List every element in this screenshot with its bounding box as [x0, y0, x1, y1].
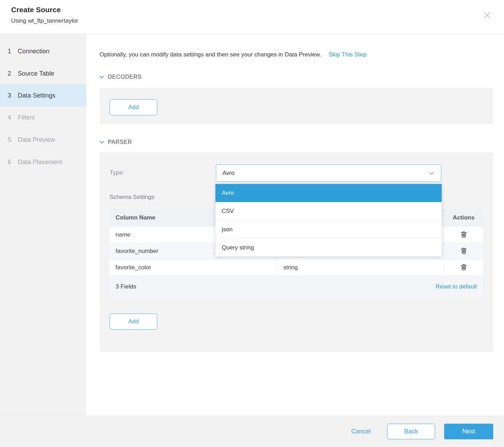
step-number: 2	[8, 70, 18, 77]
trash-icon	[460, 263, 468, 272]
step-label: Filters	[18, 114, 35, 121]
chevron-down-icon[interactable]	[100, 141, 104, 144]
step-label: Data Preview	[18, 136, 55, 144]
main-content: Optionally, you can modify data settings…	[86, 34, 504, 416]
step-number: 3	[8, 92, 18, 99]
step-label: Data Settings	[18, 92, 55, 99]
dialog-header: Create Source Using wt_ftp_tannertaylor	[0, 0, 504, 34]
delete-field-button[interactable]	[459, 262, 468, 273]
sidebar-step-data-settings[interactable]: 3 Data Settings	[0, 85, 86, 106]
close-icon	[482, 10, 492, 22]
sidebar-step-source-table[interactable]: 2 Source Table	[0, 62, 86, 85]
delete-field-button[interactable]	[459, 246, 468, 256]
field-count: 3 Fields	[116, 283, 136, 290]
create-source-dialog: Create Source Using wt_ftp_tannertaylor …	[0, 0, 504, 447]
reset-to-default-link[interactable]: Reset to default	[435, 283, 477, 290]
schema-settings-label: Schema Settings	[110, 194, 155, 201]
step-number: 5	[8, 136, 18, 144]
step-number: 1	[8, 48, 18, 55]
field-type-cell: string	[277, 260, 444, 276]
parser-type-select[interactable]: Avro	[216, 164, 441, 182]
trash-icon	[460, 230, 468, 239]
sidebar-step-data-placement: 6 Data Placement	[0, 151, 86, 173]
intro-text: Optionally, you can modify data settings…	[100, 51, 321, 58]
page-subtitle: Using wt_ftp_tannertaylor	[11, 17, 78, 24]
close-button[interactable]	[482, 10, 493, 22]
dialog-footer: Cancel Back Next	[0, 416, 504, 447]
step-number: 6	[8, 159, 18, 166]
chevron-down-icon[interactable]	[100, 76, 104, 79]
page-title: Create Source	[11, 6, 61, 14]
dropdown-option-avro[interactable]: Avro	[215, 184, 442, 202]
delete-field-button[interactable]	[459, 230, 468, 240]
parser-panel: Type: Avro Avro CSV json Query string Sc…	[100, 153, 493, 352]
add-decoder-button[interactable]: Add	[110, 99, 157, 115]
field-name-cell: favorite_color	[110, 264, 277, 271]
dropdown-option-csv[interactable]: CSV	[215, 202, 442, 220]
add-field-button[interactable]: Add	[110, 314, 157, 330]
parser-section-heading: PARSER	[100, 139, 132, 145]
back-button[interactable]: Back	[387, 424, 435, 439]
step-number: 4	[8, 114, 18, 121]
wizard-steps-sidebar: 1 Connection 2 Source Table 3 Data Setti…	[0, 34, 86, 416]
table-row: favorite_color string	[110, 260, 483, 276]
skip-this-step-link[interactable]: Skip This Step	[329, 51, 367, 58]
dropdown-option-query-string[interactable]: Query string	[215, 238, 442, 256]
parser-type-selected-value: Avro	[222, 170, 429, 177]
step-label: Source Table	[18, 70, 54, 77]
sidebar-step-filters: 4 Filters	[0, 106, 86, 129]
step-label: Data Placement	[18, 159, 62, 166]
column-actions-header: Actions	[444, 208, 483, 227]
next-button[interactable]: Next	[444, 424, 493, 439]
sidebar-step-connection[interactable]: 1 Connection	[0, 40, 86, 62]
type-field-label: Type:	[110, 169, 124, 176]
parser-section-title: PARSER	[108, 139, 132, 145]
decoders-section-title: DECODERS	[108, 74, 142, 80]
decoders-panel: Add	[100, 88, 493, 124]
sidebar-step-data-preview: 5 Data Preview	[0, 129, 86, 151]
chevron-down-icon	[429, 170, 434, 177]
table-footer-row: 3 Fields Reset to default	[110, 276, 483, 298]
cancel-button[interactable]: Cancel	[351, 428, 371, 435]
step-label: Connection	[18, 48, 49, 55]
dropdown-option-json[interactable]: json	[215, 220, 442, 238]
parser-type-dropdown-menu: Avro CSV json Query string	[215, 184, 442, 256]
decoders-section-heading: DECODERS	[100, 74, 142, 80]
trash-icon	[460, 247, 468, 256]
